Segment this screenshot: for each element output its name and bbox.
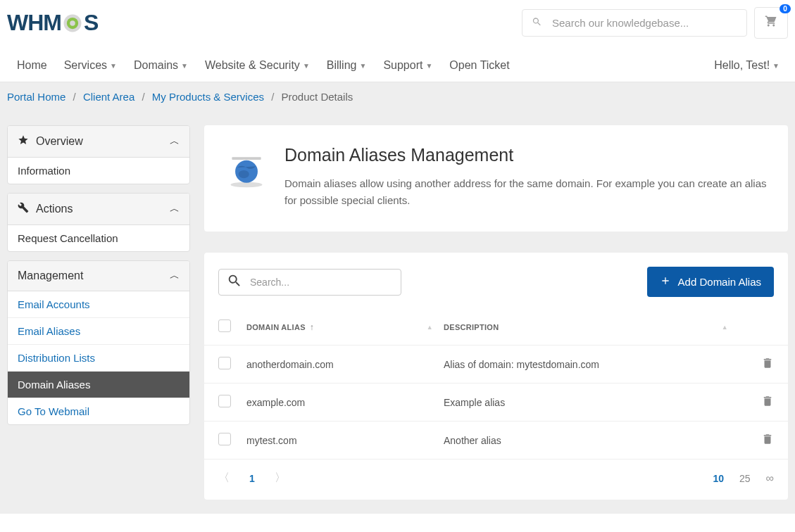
- page-title: Domain Aliases Management: [284, 145, 767, 165]
- chevron-up-icon: ︿: [170, 270, 180, 282]
- panel-management-title: Management: [18, 270, 83, 282]
- cart-badge: 0: [780, 4, 791, 13]
- svg-point-2: [70, 20, 75, 26]
- panel-management-header[interactable]: Management ︿: [8, 261, 189, 291]
- panel-actions-header[interactable]: Actions ︿: [8, 194, 189, 225]
- panel-overview-header[interactable]: Overview ︿: [8, 126, 189, 158]
- nav-domains[interactable]: Domains▼: [125, 49, 196, 82]
- caret-down-icon: ▼: [425, 62, 432, 70]
- footer: Powered by WHMCompleteSolution: [0, 514, 795, 532]
- cell-description: Alias of domain: mytestdomain.com: [444, 359, 739, 370]
- add-domain-alias-button[interactable]: Add Domain Alias: [647, 267, 774, 297]
- nav-billing[interactable]: Billing▼: [318, 49, 375, 82]
- table-search-input[interactable]: [218, 269, 401, 296]
- logo-text-1: WHM: [7, 10, 61, 36]
- caret-down-icon: ▼: [181, 62, 188, 70]
- panel-actions-title: Actions: [36, 203, 73, 215]
- page-description: Domain aliases allow using another addre…: [284, 175, 767, 209]
- nav-support[interactable]: Support▼: [375, 49, 441, 82]
- chevron-up-icon: ︿: [170, 203, 180, 215]
- page-number[interactable]: 1: [249, 473, 255, 484]
- logo[interactable]: WHM S: [7, 10, 98, 36]
- nav-home[interactable]: Home: [7, 49, 56, 82]
- sidebar-item-domain-aliases[interactable]: Domain Aliases: [8, 371, 189, 398]
- sidebar-item-email-accounts[interactable]: Email Accounts: [8, 291, 189, 317]
- delete-icon[interactable]: [761, 360, 774, 372]
- cell-alias: example.com: [246, 397, 444, 408]
- caret-down-icon: ▼: [110, 62, 117, 70]
- col-header-alias[interactable]: DOMAIN ALIAS↑ ▲: [246, 322, 444, 332]
- page-size-all[interactable]: ∞: [766, 472, 774, 485]
- col-header-description[interactable]: DESCRIPTION ▲: [444, 323, 739, 331]
- cart-icon: [765, 16, 777, 30]
- row-checkbox[interactable]: [218, 357, 231, 369]
- nav-website-security[interactable]: Website & Security▼: [196, 49, 318, 82]
- delete-icon[interactable]: [761, 398, 774, 410]
- gear-icon: [61, 12, 84, 34]
- sidebar-item-request-cancellation[interactable]: Request Cancellation: [8, 225, 189, 251]
- search-icon: [532, 16, 542, 30]
- svg-rect-4: [232, 157, 261, 160]
- kb-search-wrapper: [522, 9, 747, 37]
- next-page-icon[interactable]: 〉: [275, 471, 286, 486]
- cell-description: Another alias: [444, 435, 739, 446]
- cell-description: Example alias: [444, 397, 739, 408]
- nav-user-greeting[interactable]: Hello, Test!▼: [706, 49, 788, 82]
- page-size-10[interactable]: 10: [713, 473, 724, 484]
- breadcrumb: Portal Home / Client Area / My Products …: [0, 82, 795, 111]
- svg-point-3: [231, 182, 263, 188]
- sort-toggle-icon: ▲: [427, 324, 433, 331]
- globe-icon: [225, 148, 268, 190]
- logo-text-2: S: [84, 10, 98, 36]
- kb-search-input[interactable]: [522, 9, 747, 37]
- page-size-25[interactable]: 25: [739, 473, 751, 484]
- svg-point-6: [239, 170, 249, 178]
- caret-down-icon: ▼: [772, 62, 780, 70]
- nav-open-ticket[interactable]: Open Ticket: [441, 49, 518, 82]
- cell-alias: mytest.com: [246, 435, 444, 446]
- sort-asc-icon: ↑: [310, 322, 314, 332]
- panel-overview-title: Overview: [36, 135, 83, 148]
- breadcrumb-client-area[interactable]: Client Area: [83, 91, 134, 103]
- sort-toggle-icon: ▲: [722, 324, 728, 331]
- sidebar-item-information[interactable]: Information: [8, 158, 189, 184]
- chevron-up-icon: ︿: [170, 135, 180, 148]
- prev-page-icon[interactable]: 〈: [218, 471, 230, 486]
- sidebar-item-go-to-webmail[interactable]: Go To Webmail: [8, 398, 189, 424]
- search-icon: [227, 273, 242, 291]
- caret-down-icon: ▼: [359, 62, 366, 70]
- caret-down-icon: ▼: [303, 62, 310, 70]
- plus-icon: [660, 275, 671, 289]
- table-row: mytest.com Another alias: [204, 422, 788, 460]
- cell-alias: anotherdomain.com: [246, 359, 444, 370]
- star-icon: [18, 134, 29, 148]
- wrench-icon: [18, 202, 29, 216]
- sidebar-item-distribution-lists[interactable]: Distribution Lists: [8, 344, 189, 371]
- sidebar-item-email-aliases[interactable]: Email Aliases: [8, 317, 189, 344]
- table-row: example.com Example alias: [204, 384, 788, 422]
- breadcrumb-portal-home[interactable]: Portal Home: [7, 91, 65, 103]
- row-checkbox[interactable]: [218, 395, 231, 407]
- breadcrumb-current: Product Details: [282, 91, 353, 103]
- select-all-checkbox[interactable]: [218, 319, 231, 332]
- row-checkbox[interactable]: [218, 433, 231, 445]
- nav-services[interactable]: Services▼: [56, 49, 125, 82]
- table-row: anotherdomain.com Alias of domain: mytes…: [204, 346, 788, 384]
- delete-icon[interactable]: [761, 436, 774, 448]
- cart-button[interactable]: 0: [754, 7, 788, 39]
- breadcrumb-my-products[interactable]: My Products & Services: [152, 91, 264, 103]
